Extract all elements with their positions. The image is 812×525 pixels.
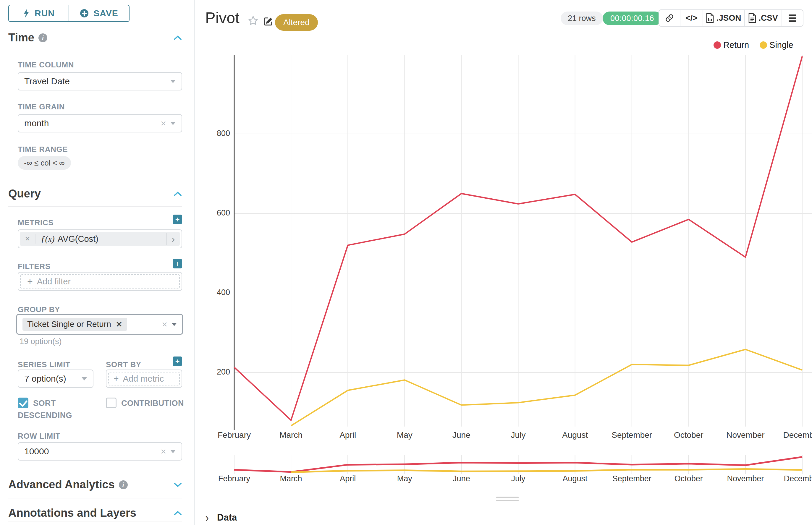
y-axis-tick-label: 200 <box>195 368 230 377</box>
time-section-header[interactable]: Time i <box>8 31 182 44</box>
time-column-select[interactable]: Travel Date <box>18 72 182 90</box>
y-axis-tick-label: 400 <box>195 288 230 297</box>
metrics-label: METRICS <box>18 218 54 227</box>
brush-resize-handle[interactable] <box>496 497 519 503</box>
run-save-button-group: RUN SAVE <box>8 5 130 22</box>
filters-control: + Add filter <box>18 272 182 291</box>
query-section-title: Query <box>8 188 41 200</box>
sort-descending-checkbox[interactable] <box>18 397 28 408</box>
edit-title-icon[interactable] <box>264 17 273 26</box>
run-button-label: RUN <box>34 8 55 18</box>
row-limit-label: ROW LIMIT <box>18 432 60 441</box>
filters-label: FILTERS <box>18 262 50 271</box>
brush-series-line-single <box>291 469 802 472</box>
run-button[interactable]: RUN <box>9 5 69 21</box>
remove-metric-icon[interactable]: × <box>20 234 35 244</box>
plus-circle-icon <box>80 9 89 18</box>
plus-icon: + <box>27 276 33 287</box>
group-by-select[interactable]: Ticket Single or Return ✕ × <box>16 314 183 335</box>
group-by-tag-label: Ticket Single or Return <box>27 319 111 329</box>
group-by-options-hint: 19 option(s) <box>19 337 62 346</box>
query-section-header[interactable]: Query <box>8 188 182 200</box>
brush-x-tick-label: May <box>372 474 437 483</box>
add-metric-label: Add metric <box>123 374 164 384</box>
advanced-analytics-header[interactable]: Advanced Analytics i <box>8 478 182 491</box>
metric-value: AVG(Cost) <box>58 234 99 244</box>
brush-x-tick-label: February <box>202 474 267 483</box>
section-divider <box>8 50 182 50</box>
metrics-control: × ƒ(x) AVG(Cost) › <box>18 229 182 248</box>
time-column-value: Travel Date <box>24 76 70 86</box>
chevron-up-icon[interactable] <box>173 35 182 41</box>
brush-x-tick-label: July <box>486 474 551 483</box>
contribution-checkbox[interactable] <box>106 397 117 408</box>
chevron-down-icon[interactable] <box>173 482 182 488</box>
x-axis-tick-label: June <box>429 431 494 440</box>
clear-icon[interactable]: × <box>161 447 166 456</box>
row-limit-value: 10000 <box>24 446 49 456</box>
function-icon: ƒ(x) <box>41 234 55 244</box>
add-filter-plus-button[interactable]: + <box>173 259 182 268</box>
plus-icon: + <box>114 374 119 384</box>
legend-item-single[interactable]: Single <box>760 40 793 50</box>
control-panel-sidebar: RUN SAVE Time i TIME COLUMN Travel Date … <box>0 0 195 525</box>
time-column-label: TIME COLUMN <box>18 60 74 70</box>
y-axis-tick-label: 600 <box>195 208 230 217</box>
x-axis-tick-label: November <box>713 431 778 440</box>
legend-dot-icon <box>760 41 767 49</box>
series-limit-label: SERIES LIMIT <box>18 360 70 369</box>
section-divider <box>8 206 182 207</box>
legend-dot-icon <box>713 41 721 49</box>
sort-by-label: SORT BY <box>106 360 141 369</box>
add-metric-plus-button[interactable]: + <box>173 215 182 224</box>
add-sort-metric-button[interactable]: + Add metric <box>108 372 180 386</box>
info-icon[interactable]: i <box>119 480 128 489</box>
time-grain-label: TIME GRAIN <box>18 102 65 111</box>
time-section-title: Time <box>8 31 34 44</box>
series-line-single <box>291 349 802 426</box>
brush-x-tick-label: April <box>315 474 380 483</box>
contribution-option[interactable]: CONTRIBUTION <box>106 397 195 409</box>
group-by-tag[interactable]: Ticket Single or Return ✕ <box>23 318 127 331</box>
caret-down-icon <box>82 377 87 380</box>
y-axis-tick-label: 800 <box>195 129 230 138</box>
legend-label: Single <box>769 40 793 50</box>
add-filter-button[interactable]: + Add filter <box>20 274 180 288</box>
time-grain-value: month <box>24 118 49 128</box>
section-divider <box>8 498 182 498</box>
x-axis-tick-label: July <box>486 431 551 440</box>
info-icon[interactable]: i <box>39 33 47 42</box>
clear-icon[interactable]: × <box>161 119 166 128</box>
brush-x-tick-label: November <box>713 474 778 483</box>
annotations-header[interactable]: Annotations and Layers <box>8 507 182 520</box>
sort-descending-option[interactable]: SORT DESCENDING <box>18 397 83 421</box>
group-by-label: GROUP BY <box>18 305 60 314</box>
advanced-analytics-title: Advanced Analytics <box>8 478 115 491</box>
time-range-pill[interactable]: -∞ ≤ col < ∞ <box>18 156 71 170</box>
chevron-right-icon[interactable]: › <box>166 233 180 245</box>
chevron-up-icon[interactable] <box>173 510 182 516</box>
x-axis-tick-label: August <box>543 431 608 440</box>
x-axis-tick-label: December <box>770 431 812 440</box>
data-panel-toggle[interactable]: › Data <box>205 511 237 524</box>
x-axis-tick-label: March <box>259 431 324 440</box>
brush-x-tick-label: September <box>600 474 664 483</box>
series-limit-select[interactable]: 7 option(s) <box>18 370 93 388</box>
brush-x-tick-label: December <box>770 474 812 483</box>
x-axis-tick-label: May <box>372 431 437 440</box>
annotations-title: Annotations and Layers <box>8 507 136 520</box>
add-sort-metric-plus-button[interactable]: + <box>173 357 182 366</box>
legend-item-return[interactable]: Return <box>713 40 749 50</box>
remove-tag-icon[interactable]: ✕ <box>116 320 122 329</box>
save-button[interactable]: SAVE <box>69 5 129 21</box>
chevron-up-icon[interactable] <box>173 191 182 197</box>
caret-down-icon <box>172 323 177 326</box>
sort-by-control: + Add metric <box>106 370 182 388</box>
favorite-star-icon[interactable] <box>248 15 259 26</box>
time-grain-select[interactable]: month × <box>18 114 182 132</box>
row-limit-select[interactable]: 10000 × <box>18 442 182 461</box>
clear-icon[interactable]: × <box>162 319 167 329</box>
metric-pill[interactable]: × ƒ(x) AVG(Cost) › <box>20 232 180 246</box>
legend-label: Return <box>723 40 749 50</box>
caret-down-icon <box>170 122 176 125</box>
